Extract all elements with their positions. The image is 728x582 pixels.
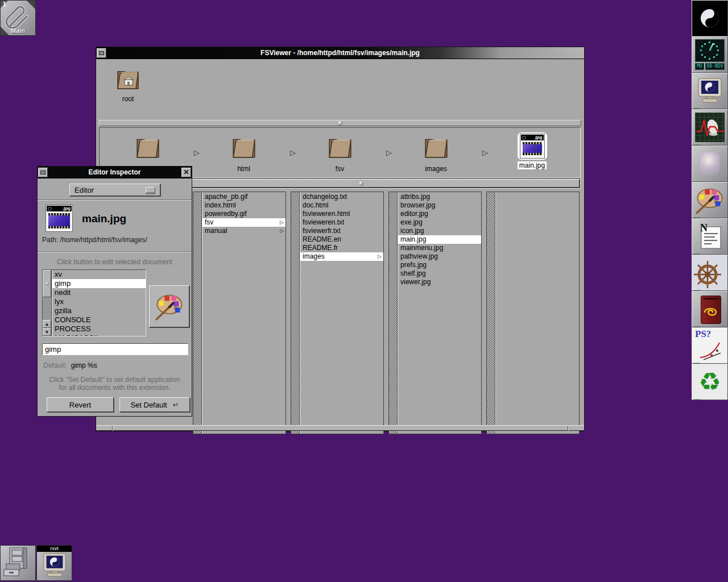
file-name: attribs.jpg bbox=[400, 193, 479, 201]
scroll-up-button[interactable]: ▲ bbox=[43, 320, 51, 328]
application-row[interactable]: nedit bbox=[52, 288, 146, 297]
dock-tile-system-load[interactable]: ... bbox=[692, 109, 728, 146]
file-row[interactable]: poweredby.gif bbox=[202, 210, 286, 218]
file-row[interactable]: manual ▷ bbox=[202, 227, 286, 235]
fsviewer-titlebar[interactable]: FSViewer - /home/httpd/html/fsv/images/m… bbox=[96, 47, 584, 59]
dock-tile-windowmaker[interactable] bbox=[692, 0, 728, 36]
close-button[interactable]: ✕ bbox=[181, 168, 191, 177]
application-name: PROCESS bbox=[55, 325, 144, 334]
dock-tile-mail[interactable]: ... bbox=[692, 291, 728, 327]
file-row[interactable]: browser.jpg bbox=[398, 201, 481, 210]
inspector-titlebar[interactable]: Editor Inspector ✕ bbox=[38, 167, 192, 178]
root-folder-icon bbox=[114, 66, 142, 91]
column-scrollbar[interactable] bbox=[291, 192, 300, 434]
file-row[interactable]: main.jpg bbox=[398, 235, 481, 244]
application-row[interactable]: gimp bbox=[52, 279, 146, 288]
path-entry-fsv[interactable]: fsv ▷ bbox=[292, 128, 388, 177]
command-field[interactable]: gimp bbox=[42, 343, 188, 355]
dock-tile-ghostview[interactable]: PS? ... bbox=[692, 327, 728, 364]
shelf-split-handle[interactable] bbox=[99, 120, 581, 126]
workspace-name: Main bbox=[1, 27, 35, 34]
dock-tile-recycler[interactable]: ♻ ... bbox=[692, 364, 728, 400]
dock-tile-terminal[interactable]: ... bbox=[692, 73, 728, 109]
application-row[interactable]: CONSOLE bbox=[52, 315, 146, 325]
jpg-file-icon: .jpg bbox=[520, 134, 545, 159]
revert-button[interactable]: Revert bbox=[47, 397, 114, 412]
file-row[interactable]: attribs.jpg bbox=[398, 193, 481, 201]
file-row[interactable]: shelf.jpg bbox=[398, 269, 481, 278]
hint-text: Click button to edit selected document bbox=[38, 258, 192, 266]
file-row[interactable]: fsvieweren.txt bbox=[300, 218, 383, 227]
miniaturize-button[interactable] bbox=[38, 168, 48, 177]
application-row[interactable]: lyx bbox=[52, 297, 146, 306]
file-name: pathview.jpg bbox=[400, 252, 479, 261]
file-row[interactable]: dchangelog.txt bbox=[300, 193, 383, 201]
column-scrollbar[interactable] bbox=[487, 192, 495, 434]
application-row[interactable]: xv bbox=[52, 270, 146, 279]
terminal-miniwindow[interactable]: rxvt bbox=[36, 545, 72, 581]
file-row[interactable]: icon.jpg bbox=[398, 227, 481, 235]
file-row[interactable]: mainmenu.jpg bbox=[398, 244, 481, 252]
miniaturize-button[interactable] bbox=[97, 48, 106, 58]
gimp-icon bbox=[155, 292, 184, 321]
dock-tile-clock[interactable]: MO 08-NOV bbox=[692, 36, 728, 73]
file-list bbox=[495, 192, 579, 434]
file-row[interactable]: README.en bbox=[300, 235, 383, 244]
scroll-down-button[interactable]: ▼ bbox=[43, 328, 51, 336]
running-indicator: ... bbox=[694, 105, 701, 109]
application-row[interactable]: MAGICASCII bbox=[52, 334, 146, 336]
file-row[interactable]: prefs.jpg bbox=[398, 261, 481, 269]
app-list-scrollbar[interactable]: ▲ ▼ bbox=[43, 270, 52, 336]
path-scrollbar-knob[interactable] bbox=[142, 179, 580, 188]
set-default-button[interactable]: Set Default ↵ bbox=[119, 397, 190, 412]
gimp-palette-icon bbox=[695, 185, 725, 215]
file-row[interactable]: doc.html bbox=[300, 201, 383, 210]
fsviewer-appicon[interactable] bbox=[0, 545, 36, 581]
file-row[interactable]: index.html bbox=[202, 201, 286, 210]
folder-icon bbox=[325, 134, 355, 160]
file-row[interactable]: images ▷ bbox=[300, 252, 383, 261]
file-row[interactable]: exe.jpg bbox=[398, 218, 481, 227]
clock-face bbox=[695, 39, 725, 62]
dock-tile-nedit[interactable]: N ... bbox=[692, 218, 728, 255]
running-indicator: ... bbox=[694, 396, 701, 400]
file-row[interactable]: README.fr bbox=[300, 244, 383, 252]
shelf-item-root[interactable]: root bbox=[110, 66, 146, 103]
file-name: doc.html bbox=[303, 201, 382, 210]
workspace-clip[interactable]: 1 Main bbox=[0, 0, 36, 36]
column-scrollbar[interactable] bbox=[193, 192, 202, 434]
dock-tile-helm[interactable]: ... bbox=[692, 255, 728, 291]
set-default-label: Set Default bbox=[130, 401, 167, 409]
file-row[interactable]: apache_pb.gif bbox=[202, 193, 286, 201]
dock-tile-gimp[interactable]: ... bbox=[692, 182, 728, 218]
file-row[interactable]: fsvieweren.html bbox=[300, 210, 383, 218]
inspected-file-icon: .jpg bbox=[46, 205, 73, 232]
file-row[interactable]: pathview.jpg bbox=[398, 252, 481, 261]
note-line-2: for all documents with this extension. bbox=[38, 384, 192, 392]
popup-label: Editor bbox=[75, 186, 94, 194]
file-row[interactable]: editor.jpg bbox=[398, 210, 481, 218]
file-name: fsv bbox=[205, 218, 280, 227]
path-entry-label: html bbox=[237, 165, 250, 173]
file-row[interactable]: viewer.jpg bbox=[398, 278, 481, 286]
resize-bar[interactable] bbox=[96, 425, 584, 431]
path-entry-html[interactable]: html ▷ bbox=[196, 128, 292, 177]
path-entry-mainjpg[interactable]: .jpg main.jpg bbox=[484, 128, 580, 177]
inspector-popup[interactable]: Editor bbox=[69, 184, 160, 196]
application-row[interactable]: PROCESS bbox=[52, 325, 146, 334]
running-indicator: ... bbox=[694, 286, 701, 291]
path-entry-images[interactable]: images ▷ bbox=[388, 128, 484, 177]
file-row[interactable]: fsviewerfr.txt bbox=[300, 227, 383, 235]
file-row[interactable]: fsv ▷ bbox=[202, 218, 286, 227]
file-name: fsvieweren.html bbox=[303, 210, 382, 218]
filing-cabinet-icon bbox=[1, 546, 34, 579]
browser-column-2: dchangelog.txt doc.html fsvieweren.html … bbox=[291, 192, 384, 434]
dock-tile-faded-app[interactable] bbox=[692, 146, 728, 182]
application-list: xv gimp nedit lyx gzilla CONSOLE PROCESS bbox=[52, 270, 146, 336]
application-row[interactable]: gzilla bbox=[52, 306, 146, 315]
running-indicator: ... bbox=[694, 141, 701, 146]
edit-document-button[interactable] bbox=[149, 285, 189, 327]
file-name: fsvieweren.txt bbox=[303, 218, 382, 227]
column-scrollbar[interactable] bbox=[389, 192, 398, 434]
scrollbar-knob[interactable] bbox=[43, 270, 51, 297]
